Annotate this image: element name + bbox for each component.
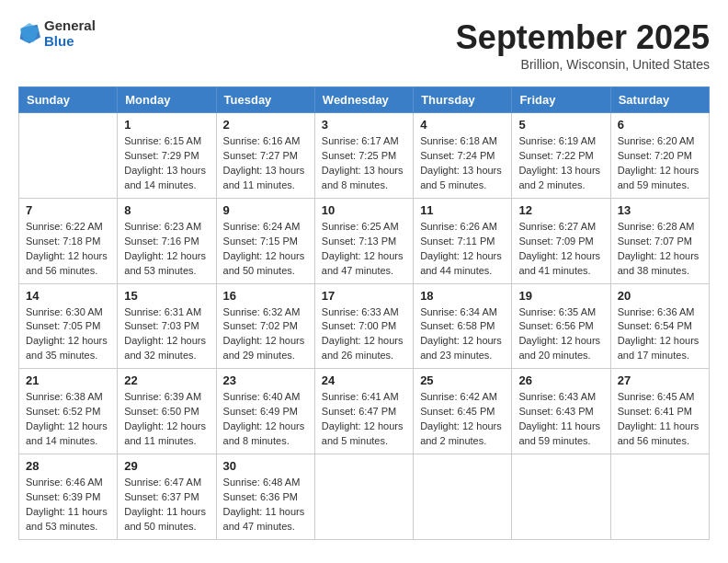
day-info: Sunrise: 6:19 AMSunset: 7:22 PMDaylight:… — [518, 134, 603, 193]
day-number: 24 — [322, 373, 406, 387]
calendar-cell — [414, 454, 512, 540]
calendar-cell — [314, 454, 413, 540]
day-info: Sunrise: 6:38 AMSunset: 6:52 PMDaylight:… — [26, 390, 110, 449]
calendar-cell — [512, 454, 610, 540]
calendar-cell: 29Sunrise: 6:47 AMSunset: 6:37 PMDayligh… — [118, 454, 216, 540]
day-info: Sunrise: 6:47 AMSunset: 6:37 PMDaylight:… — [124, 476, 209, 534]
logo-text: General Blue — [44, 18, 96, 49]
calendar-table: SundayMondayTuesdayWednesdayThursdayFrid… — [18, 86, 710, 540]
calendar-day-header: Friday — [512, 87, 610, 113]
day-number: 30 — [223, 459, 308, 473]
day-number: 3 — [322, 118, 406, 132]
calendar-week-row: 7Sunrise: 6:22 AMSunset: 7:18 PMDaylight… — [19, 198, 710, 283]
day-info: Sunrise: 6:17 AMSunset: 7:25 PMDaylight:… — [322, 134, 406, 193]
calendar-cell — [610, 454, 709, 540]
day-number: 5 — [518, 118, 603, 132]
logo-blue-text: Blue — [44, 34, 96, 50]
day-info: Sunrise: 6:45 AMSunset: 6:41 PMDaylight:… — [618, 390, 702, 449]
day-number: 14 — [26, 289, 110, 303]
month-title: September 2025 — [456, 18, 710, 57]
day-info: Sunrise: 6:20 AMSunset: 7:20 PMDaylight:… — [618, 134, 702, 193]
day-info: Sunrise: 6:39 AMSunset: 6:50 PMDaylight:… — [124, 390, 209, 449]
day-number: 17 — [322, 289, 406, 303]
day-info: Sunrise: 6:30 AMSunset: 7:05 PMDaylight:… — [26, 305, 110, 364]
calendar-header-row: SundayMondayTuesdayWednesdayThursdayFrid… — [19, 87, 710, 113]
day-info: Sunrise: 6:36 AMSunset: 6:54 PMDaylight:… — [618, 305, 702, 364]
day-number: 11 — [420, 203, 505, 217]
day-number: 19 — [518, 289, 603, 303]
calendar-cell: 19Sunrise: 6:35 AMSunset: 6:56 PMDayligh… — [512, 283, 610, 369]
calendar-cell: 26Sunrise: 6:43 AMSunset: 6:43 PMDayligh… — [512, 369, 610, 454]
day-info: Sunrise: 6:27 AMSunset: 7:09 PMDaylight:… — [518, 220, 603, 279]
day-info: Sunrise: 6:28 AMSunset: 7:07 PMDaylight:… — [618, 220, 702, 279]
day-info: Sunrise: 6:34 AMSunset: 6:58 PMDaylight:… — [420, 305, 505, 364]
calendar-cell: 1Sunrise: 6:15 AMSunset: 7:29 PMDaylight… — [118, 113, 216, 199]
day-info: Sunrise: 6:18 AMSunset: 7:24 PMDaylight:… — [420, 134, 505, 193]
calendar-cell: 12Sunrise: 6:27 AMSunset: 7:09 PMDayligh… — [512, 198, 610, 283]
day-number: 27 — [618, 373, 702, 387]
calendar-cell: 17Sunrise: 6:33 AMSunset: 7:00 PMDayligh… — [314, 283, 413, 369]
logo-general-text: General — [44, 18, 96, 34]
day-number: 26 — [518, 373, 603, 387]
calendar-cell: 8Sunrise: 6:23 AMSunset: 7:16 PMDaylight… — [118, 198, 216, 283]
day-number: 22 — [124, 373, 209, 387]
day-number: 7 — [26, 203, 110, 217]
logo: General Blue — [18, 18, 96, 49]
day-number: 23 — [223, 373, 308, 387]
day-number: 6 — [618, 118, 702, 132]
day-number: 28 — [26, 459, 110, 473]
day-info: Sunrise: 6:23 AMSunset: 7:16 PMDaylight:… — [124, 220, 209, 279]
calendar-cell: 18Sunrise: 6:34 AMSunset: 6:58 PMDayligh… — [414, 283, 512, 369]
calendar-cell: 14Sunrise: 6:30 AMSunset: 7:05 PMDayligh… — [19, 283, 118, 369]
day-info: Sunrise: 6:43 AMSunset: 6:43 PMDaylight:… — [518, 390, 603, 449]
calendar-cell: 15Sunrise: 6:31 AMSunset: 7:03 PMDayligh… — [118, 283, 216, 369]
page-header: General Blue September 2025 Brillion, Wi… — [18, 18, 710, 72]
calendar-cell: 10Sunrise: 6:25 AMSunset: 7:13 PMDayligh… — [314, 198, 413, 283]
calendar-day-header: Thursday — [414, 87, 512, 113]
day-info: Sunrise: 6:33 AMSunset: 7:00 PMDaylight:… — [322, 305, 406, 364]
day-info: Sunrise: 6:16 AMSunset: 7:27 PMDaylight:… — [223, 134, 308, 193]
day-number: 9 — [223, 203, 308, 217]
day-number: 2 — [223, 118, 308, 132]
calendar-week-row: 28Sunrise: 6:46 AMSunset: 6:39 PMDayligh… — [19, 454, 710, 540]
calendar-week-row: 14Sunrise: 6:30 AMSunset: 7:05 PMDayligh… — [19, 283, 710, 369]
calendar-cell: 28Sunrise: 6:46 AMSunset: 6:39 PMDayligh… — [19, 454, 118, 540]
day-number: 8 — [124, 203, 209, 217]
calendar-week-row: 1Sunrise: 6:15 AMSunset: 7:29 PMDaylight… — [19, 113, 710, 199]
day-info: Sunrise: 6:26 AMSunset: 7:11 PMDaylight:… — [420, 220, 505, 279]
day-number: 20 — [618, 289, 702, 303]
day-info: Sunrise: 6:24 AMSunset: 7:15 PMDaylight:… — [223, 220, 308, 279]
calendar-cell: 5Sunrise: 6:19 AMSunset: 7:22 PMDaylight… — [512, 113, 610, 199]
calendar-cell: 4Sunrise: 6:18 AMSunset: 7:24 PMDaylight… — [414, 113, 512, 199]
calendar-day-header: Monday — [118, 87, 216, 113]
day-number: 18 — [420, 289, 505, 303]
calendar-cell: 9Sunrise: 6:24 AMSunset: 7:15 PMDaylight… — [216, 198, 314, 283]
calendar-cell: 11Sunrise: 6:26 AMSunset: 7:11 PMDayligh… — [414, 198, 512, 283]
day-number: 16 — [223, 289, 308, 303]
title-block: September 2025 Brillion, Wisconsin, Unit… — [456, 18, 710, 72]
calendar-cell: 16Sunrise: 6:32 AMSunset: 7:02 PMDayligh… — [216, 283, 314, 369]
logo-icon — [18, 21, 40, 47]
day-info: Sunrise: 6:25 AMSunset: 7:13 PMDaylight:… — [322, 220, 406, 279]
day-number: 12 — [518, 203, 603, 217]
calendar-cell: 21Sunrise: 6:38 AMSunset: 6:52 PMDayligh… — [19, 369, 118, 454]
calendar-cell: 20Sunrise: 6:36 AMSunset: 6:54 PMDayligh… — [610, 283, 709, 369]
day-info: Sunrise: 6:15 AMSunset: 7:29 PMDaylight:… — [124, 134, 209, 193]
calendar-cell: 24Sunrise: 6:41 AMSunset: 6:47 PMDayligh… — [314, 369, 413, 454]
calendar-week-row: 21Sunrise: 6:38 AMSunset: 6:52 PMDayligh… — [19, 369, 710, 454]
day-number: 1 — [124, 118, 209, 132]
calendar-cell — [19, 113, 118, 199]
calendar-cell: 6Sunrise: 6:20 AMSunset: 7:20 PMDaylight… — [610, 113, 709, 199]
day-info: Sunrise: 6:41 AMSunset: 6:47 PMDaylight:… — [322, 390, 406, 449]
calendar-cell: 7Sunrise: 6:22 AMSunset: 7:18 PMDaylight… — [19, 198, 118, 283]
calendar-cell: 30Sunrise: 6:48 AMSunset: 6:36 PMDayligh… — [216, 454, 314, 540]
calendar-day-header: Tuesday — [216, 87, 314, 113]
calendar-day-header: Wednesday — [314, 87, 413, 113]
calendar-cell: 27Sunrise: 6:45 AMSunset: 6:41 PMDayligh… — [610, 369, 709, 454]
day-number: 13 — [618, 203, 702, 217]
calendar-cell: 2Sunrise: 6:16 AMSunset: 7:27 PMDaylight… — [216, 113, 314, 199]
day-number: 29 — [124, 459, 209, 473]
calendar-cell: 3Sunrise: 6:17 AMSunset: 7:25 PMDaylight… — [314, 113, 413, 199]
location-text: Brillion, Wisconsin, United States — [456, 57, 710, 72]
day-info: Sunrise: 6:40 AMSunset: 6:49 PMDaylight:… — [223, 390, 308, 449]
